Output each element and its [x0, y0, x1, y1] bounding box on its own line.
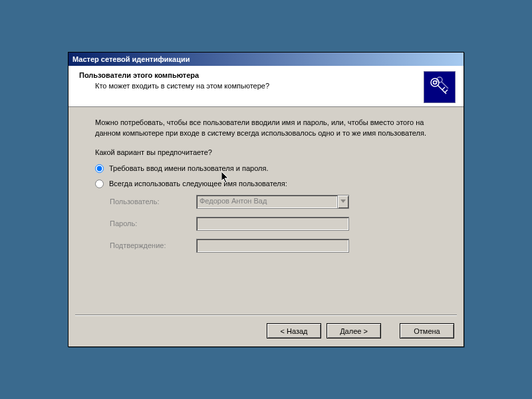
- password-input: [196, 217, 349, 231]
- radio-auto-login-label: Всегда использовать следующее имя пользо…: [109, 180, 287, 188]
- button-divider: [75, 315, 457, 316]
- question-text: Какой вариант вы предпочитаете?: [95, 148, 437, 156]
- radio-auto-login[interactable]: Всегда использовать следующее имя пользо…: [95, 180, 437, 188]
- keys-icon: [424, 71, 456, 103]
- password-row: Пароль:: [110, 217, 437, 231]
- credential-fields: Пользователь: Федоров Антон Вад Пароль: …: [110, 195, 437, 253]
- radio-require-login[interactable]: Требовать ввод имени пользователя и паро…: [95, 164, 437, 173]
- wizard-dialog: Мастер сетевой идентификации Пользовател…: [68, 52, 464, 347]
- header-title: Пользователи этого компьютера: [79, 71, 453, 79]
- confirm-input: [196, 239, 349, 253]
- confirm-row: Подтверждение:: [110, 239, 437, 253]
- wizard-header: Пользователи этого компьютера Кто может …: [68, 66, 464, 107]
- window-title: Мастер сетевой идентификации: [72, 55, 190, 63]
- titlebar: Мастер сетевой идентификации: [68, 53, 464, 66]
- confirm-label: Подтверждение:: [110, 241, 196, 249]
- svg-line-4: [445, 90, 448, 92]
- wizard-buttons: < Назад Далее > Отмена: [267, 323, 454, 338]
- cancel-button[interactable]: Отмена: [400, 323, 454, 338]
- user-combo-value: Федоров Антон Вад: [196, 195, 337, 209]
- radio-require-login-input[interactable]: [95, 164, 104, 173]
- user-combo: Федоров Антон Вад: [196, 195, 349, 209]
- intro-paragraph: Можно потребовать, чтобы все пользовател…: [95, 118, 437, 139]
- back-button[interactable]: < Назад: [267, 323, 321, 338]
- radio-require-login-label: Требовать ввод имени пользователя и паро…: [109, 164, 268, 172]
- wizard-body: Можно потребовать, чтобы все пользовател…: [68, 107, 464, 267]
- svg-line-3: [442, 87, 445, 90]
- next-button[interactable]: Далее >: [327, 323, 381, 338]
- user-combo-button: [337, 195, 349, 209]
- svg-marker-7: [340, 200, 346, 203]
- password-label: Пароль:: [110, 219, 196, 227]
- chevron-down-icon: [340, 200, 346, 203]
- radio-auto-login-input[interactable]: [95, 180, 104, 188]
- user-row: Пользователь: Федоров Антон Вад: [110, 195, 437, 209]
- svg-point-1: [434, 81, 437, 84]
- button-spacer: [386, 323, 394, 338]
- user-label: Пользователь:: [110, 198, 196, 205]
- header-subtitle: Кто может входить в систему на этом комп…: [95, 82, 453, 90]
